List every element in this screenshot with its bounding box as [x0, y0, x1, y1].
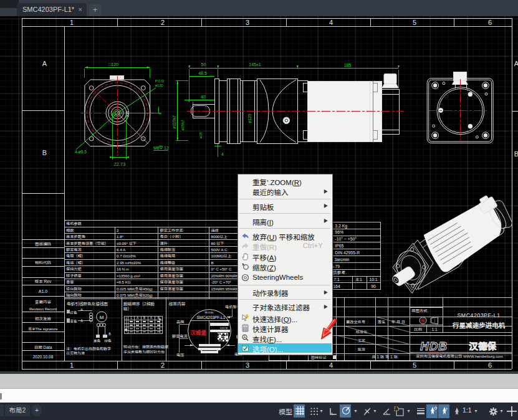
- svg-text:变更内容: 变更内容: [35, 300, 52, 304]
- svg-text:15%RH 95%RH: 15%RH 95%RH: [211, 287, 239, 291]
- svg-text:2020.10.08: 2020.10.08: [33, 355, 54, 359]
- svg-text:物料代码: 物料代码: [35, 260, 52, 265]
- svg-text:145±1: 145±1: [249, 62, 261, 67]
- svg-text:序从末端看为顺时针方向: 序从末端看为顺时针方向: [123, 350, 165, 354]
- svg-text:0° C +50° C: 0° C +50° C: [211, 267, 233, 271]
- svg-text:图样标记: 图样标记: [311, 355, 327, 360]
- svg-text:B: B: [42, 149, 47, 156]
- svg-text:A: A: [137, 317, 138, 320]
- svg-text:50: 50: [201, 62, 206, 67]
- svg-text:A: A: [42, 60, 47, 67]
- svg-text:2.95 mH±20%: 2.95 mH±20%: [117, 260, 141, 265]
- svg-text:初次发放: 初次发放: [35, 317, 52, 321]
- svg-text:M6: M6: [153, 146, 160, 150]
- svg-text:电阻（相）: 电阻（相）: [66, 254, 85, 258]
- svg-text:0.025 MM(负载450g): 0.025 MM(负载450g): [117, 287, 153, 291]
- svg-text:绝缘等级: 绝缘等级: [160, 260, 176, 265]
- svg-text:1:1: 1:1: [432, 327, 438, 332]
- svg-text:40: 40: [201, 95, 206, 99]
- svg-text:1.8°: 1.8°: [117, 234, 124, 239]
- svg-text:相数: 相数: [66, 228, 74, 232]
- svg-text:8:1: 8:1: [356, 277, 362, 282]
- svg-text:以实物为准: 以实物为准: [66, 351, 85, 355]
- svg-text:3: 3: [246, 361, 249, 369]
- svg-text:80 以下: 80 以下: [211, 241, 224, 246]
- svg-text:A: A: [244, 335, 246, 339]
- svg-text:M: M: [100, 315, 104, 320]
- svg-text:连续: 连续: [211, 228, 219, 232]
- svg-text:使用湿度范围: 使用湿度范围: [160, 274, 183, 278]
- svg-text:红色: 红色: [70, 311, 77, 315]
- svg-text:深圳市汉德保电机有限公司 WWW.handerburg.co: 深圳市汉德保电机有限公司 WWW.handerburg.com: [416, 354, 503, 358]
- svg-text:基本步距角: 基本步距角: [66, 234, 85, 239]
- svg-text:0.7 Ω±10%: 0.7 Ω±10%: [117, 254, 136, 258]
- svg-text:绝缘电阻: 绝缘电阻: [160, 254, 176, 258]
- svg-text:SMC4203PF-L1: SMC4203PF-L1: [197, 315, 226, 320]
- svg-text:B̄: B̄: [158, 316, 160, 320]
- svg-text:MODEL: MODEL: [205, 311, 215, 314]
- svg-text:8000以上: 8000以上: [211, 234, 228, 239]
- svg-text:签名: 签名: [378, 320, 385, 324]
- svg-text:-20° C +70°: -20° C +70°: [211, 280, 232, 284]
- svg-text:额定工作状态: 额定工作状态: [160, 228, 183, 232]
- svg-text:励磁顺序（2相励: 励磁顺序（2相励: [123, 302, 155, 307]
- svg-text:电压: 电压: [176, 353, 184, 357]
- svg-text:径向跳动: 径向跳动: [66, 287, 82, 291]
- svg-text:10:1: 10:1: [369, 277, 377, 282]
- svg-text:温升: 温升: [160, 241, 168, 246]
- svg-text:品牌: 品牌: [176, 320, 184, 324]
- svg-text:ø130: ø130: [155, 84, 163, 87]
- svg-text:寿命（小时）: 寿命（小时）: [160, 234, 183, 239]
- svg-text:2: 2: [117, 228, 119, 232]
- svg-text:视图方式:: 视图方式:: [411, 308, 429, 313]
- svg-text:电机参数: 电机参数: [66, 221, 82, 226]
- svg-text:重量: 重量: [66, 280, 74, 284]
- svg-text:Revision Record: Revision Record: [29, 307, 57, 311]
- svg-text:3: 3: [246, 19, 249, 26]
- svg-text:0.075 MM(负载920g): 0.075 MM(负载920g): [117, 293, 153, 297]
- svg-text:A: A: [80, 308, 83, 312]
- svg-text:更改文件号: 更改文件号: [346, 320, 365, 324]
- svg-text:保持力矩: 保持力矩: [66, 267, 82, 271]
- svg-text:行星减速步进电机: 行星减速步进电机: [452, 322, 506, 329]
- svg-text:轴向跳动: 轴向跳动: [66, 293, 82, 297]
- svg-text:标签内容: 标签内容: [169, 302, 186, 307]
- svg-text:7:1: 7:1: [333, 277, 340, 282]
- svg-text:版本 Rev: 版本 Rev: [35, 279, 52, 284]
- svg-text:比例: 比例: [414, 327, 422, 332]
- svg-text:ZZZ-M: ZZZ-M: [220, 327, 228, 330]
- svg-text:22.73: 22.73: [113, 161, 125, 167]
- svg-text:额定电流: 额定电流: [172, 334, 188, 338]
- svg-text:B̄: B̄: [108, 332, 111, 336]
- svg-text:5: 5: [413, 19, 416, 26]
- svg-text:批准: 批准: [358, 347, 365, 351]
- svg-text:SMC4203PF-L1: SMC4203PF-L1: [457, 312, 500, 318]
- svg-text:电机引线颜色及接线图: 电机引线颜色及接线图: [67, 302, 108, 307]
- svg-text:≈13560 g.cm²: ≈13560 g.cm²: [117, 274, 140, 278]
- svg-text:转子惯量: 转子惯量: [66, 274, 82, 278]
- svg-text:ø25h7: ø25h7: [181, 120, 185, 131]
- svg-text:16 N.m: 16 N.m: [117, 267, 129, 271]
- svg-text:185: 185: [344, 63, 352, 67]
- svg-text:汉德保: 汉德保: [469, 339, 496, 352]
- svg-text:基本步距角误差（空载）: 基本步距角误差（空载）: [66, 241, 108, 246]
- svg-text:ø120: ø120: [247, 113, 252, 123]
- svg-text:1: 1: [70, 19, 74, 26]
- svg-text:保存湿度范围: 保存湿度范围: [160, 287, 183, 291]
- svg-text:图纸编码: 图纸编码: [35, 242, 52, 246]
- svg-text:B: B: [143, 317, 145, 320]
- svg-text:4: 4: [329, 361, 333, 369]
- svg-text:4-ø6.5: 4-ø6.5: [75, 150, 87, 154]
- svg-text:绿色: 绿色: [103, 339, 112, 343]
- svg-text:保存温度范围: 保存温度范围: [160, 280, 183, 284]
- svg-text:绝缘耐压: 绝缘耐压: [160, 247, 176, 252]
- svg-text:500V A.C: 500V A.C: [211, 247, 228, 252]
- svg-text:共 1 张 第 1 张: 共 1 张 第 1 张: [372, 355, 398, 359]
- svg-text:ø35: ø35: [199, 131, 203, 138]
- svg-text:6: 6: [488, 361, 492, 369]
- svg-text:≈8.5 KG: ≈8.5 KG: [117, 280, 131, 284]
- svg-text:6: 6: [488, 19, 492, 26]
- svg-text:Ā: Ā: [150, 316, 152, 320]
- svg-text:20%RH 90%RH: 20%RH 90%RH: [211, 274, 239, 278]
- svg-text:注：电机引出线颜色和数字: 注：电机引出线颜色和数字: [66, 346, 111, 351]
